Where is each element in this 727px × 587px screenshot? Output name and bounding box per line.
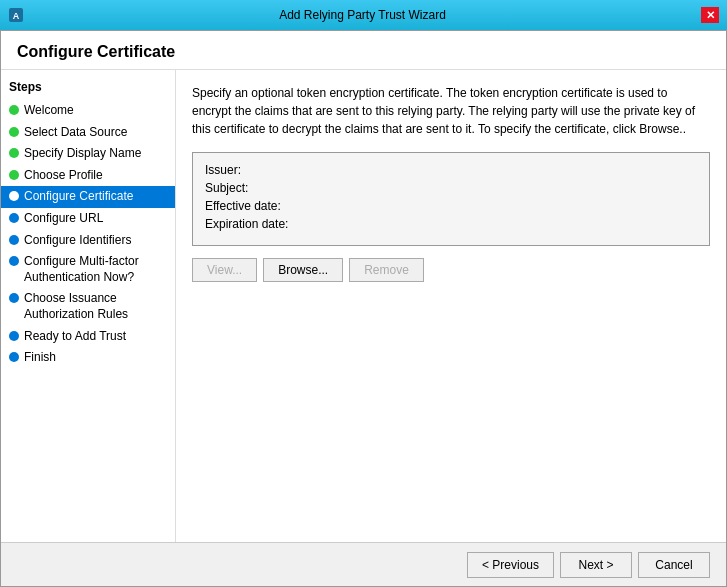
- sidebar-item-configure-identifiers[interactable]: Configure Identifiers: [1, 230, 175, 252]
- step-label-choose-issuance: Choose Issuance Authorization Rules: [24, 291, 167, 322]
- next-button[interactable]: Next >: [560, 552, 632, 578]
- step-label-welcome: Welcome: [24, 103, 74, 119]
- step-dot-finish: [9, 352, 19, 362]
- step-dot-select-data-source: [9, 127, 19, 137]
- app-icon: A: [8, 7, 24, 23]
- step-dot-configure-url: [9, 213, 19, 223]
- cert-field-expiration-date-: Expiration date:: [205, 217, 697, 231]
- view-button[interactable]: View...: [192, 258, 257, 282]
- close-button[interactable]: ✕: [701, 7, 719, 23]
- step-dot-choose-issuance: [9, 293, 19, 303]
- page-title: Configure Certificate: [17, 43, 710, 61]
- sidebar-item-welcome[interactable]: Welcome: [1, 100, 175, 122]
- sidebar-item-select-data-source[interactable]: Select Data Source: [1, 122, 175, 144]
- sidebar-item-configure-url[interactable]: Configure URL: [1, 208, 175, 230]
- certificate-box: Issuer:Subject:Effective date:Expiration…: [192, 152, 710, 246]
- cert-button-row: View... Browse... Remove: [192, 258, 710, 282]
- svg-text:A: A: [13, 11, 20, 21]
- step-label-specify-display-name: Specify Display Name: [24, 146, 141, 162]
- remove-button[interactable]: Remove: [349, 258, 424, 282]
- step-dot-choose-profile: [9, 170, 19, 180]
- step-dot-configure-multifactor: [9, 256, 19, 266]
- cert-field-issuer-: Issuer:: [205, 163, 697, 177]
- cert-field-effective-date-: Effective date:: [205, 199, 697, 213]
- step-label-configure-url: Configure URL: [24, 211, 103, 227]
- sidebar: Steps WelcomeSelect Data SourceSpecify D…: [1, 70, 176, 542]
- step-dot-welcome: [9, 105, 19, 115]
- step-dot-configure-certificate: [9, 191, 19, 201]
- step-label-select-data-source: Select Data Source: [24, 125, 127, 141]
- previous-button[interactable]: < Previous: [467, 552, 554, 578]
- sidebar-item-specify-display-name[interactable]: Specify Display Name: [1, 143, 175, 165]
- steps-label: Steps: [1, 80, 175, 100]
- step-label-configure-multifactor: Configure Multi-factor Authentication No…: [24, 254, 167, 285]
- sidebar-item-ready-to-add[interactable]: Ready to Add Trust: [1, 326, 175, 348]
- step-dot-specify-display-name: [9, 148, 19, 158]
- step-label-finish: Finish: [24, 350, 56, 366]
- step-label-configure-certificate: Configure Certificate: [24, 189, 133, 205]
- footer: < Previous Next > Cancel: [1, 542, 726, 586]
- sidebar-item-finish[interactable]: Finish: [1, 347, 175, 369]
- step-label-configure-identifiers: Configure Identifiers: [24, 233, 131, 249]
- sidebar-item-choose-profile[interactable]: Choose Profile: [1, 165, 175, 187]
- step-label-choose-profile: Choose Profile: [24, 168, 103, 184]
- browse-button[interactable]: Browse...: [263, 258, 343, 282]
- window-title: Add Relying Party Trust Wizard: [24, 8, 701, 22]
- main-panel: Specify an optional token encryption cer…: [176, 70, 726, 542]
- sidebar-item-choose-issuance[interactable]: Choose Issuance Authorization Rules: [1, 288, 175, 325]
- cert-field-subject-: Subject:: [205, 181, 697, 195]
- step-dot-ready-to-add: [9, 331, 19, 341]
- step-label-ready-to-add: Ready to Add Trust: [24, 329, 126, 345]
- description-text: Specify an optional token encryption cer…: [192, 84, 710, 138]
- step-dot-configure-identifiers: [9, 235, 19, 245]
- cancel-button[interactable]: Cancel: [638, 552, 710, 578]
- sidebar-item-configure-certificate[interactable]: Configure Certificate: [1, 186, 175, 208]
- sidebar-item-configure-multifactor[interactable]: Configure Multi-factor Authentication No…: [1, 251, 175, 288]
- window-header: Configure Certificate: [1, 31, 726, 70]
